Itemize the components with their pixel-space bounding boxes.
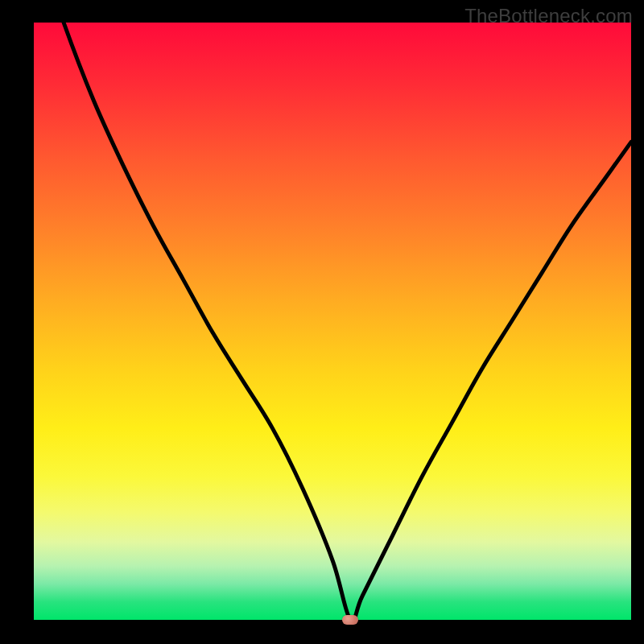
curve-path [34, 0, 631, 621]
plot-area [34, 23, 631, 620]
optimal-point-marker [342, 615, 358, 625]
bottleneck-curve [34, 23, 631, 620]
watermark-text: TheBottleneck.com [464, 5, 633, 27]
chart-frame: TheBottleneck.com [0, 0, 644, 644]
